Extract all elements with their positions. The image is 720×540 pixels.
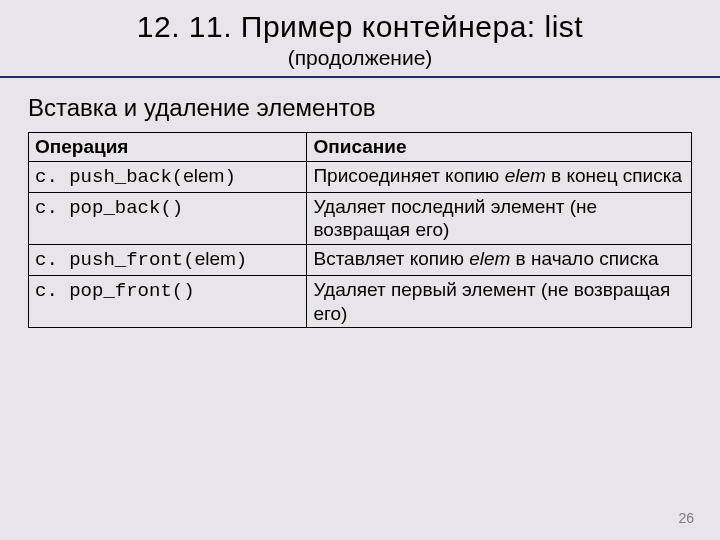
- header-description: Описание: [307, 133, 692, 162]
- desc-term: elem: [469, 248, 510, 269]
- table-row: c. pop_back() Удаляет последний элемент …: [29, 192, 692, 245]
- desc-post: в конец списка: [546, 165, 682, 186]
- desc-pre: Удаляет последний элемент (не возвращая …: [313, 196, 597, 241]
- cell-operation: c. push_back(elem): [29, 161, 307, 192]
- table-row: c. pop_front() Удаляет первый элемент (н…: [29, 275, 692, 328]
- cell-operation: c. pop_front(): [29, 275, 307, 328]
- page-number: 26: [678, 510, 694, 526]
- op-param: elem: [195, 248, 236, 269]
- table-row: c. push_back(elem) Присоединяет копию el…: [29, 161, 692, 192]
- op-code-pre: c. push_back(: [35, 166, 183, 188]
- desc-pre: Вставляет копию: [313, 248, 469, 269]
- operations-table: Операция Описание c. push_back(elem) При…: [28, 132, 692, 328]
- cell-description: Присоединяет копию elem в конец списка: [307, 161, 692, 192]
- op-code-pre: c. pop_front(): [35, 280, 195, 302]
- slide: 12. 11. Пример контейнера: list (продолж…: [0, 0, 720, 540]
- op-param: elem: [183, 165, 224, 186]
- cell-description: Удаляет первый элемент (не возвращая его…: [307, 275, 692, 328]
- desc-term: elem: [505, 165, 546, 186]
- header-operation: Операция: [29, 133, 307, 162]
- desc-post: в начало списка: [510, 248, 658, 269]
- op-code-post: ): [236, 249, 247, 271]
- op-code-pre: c. pop_back(): [35, 197, 183, 219]
- title-block: 12. 11. Пример контейнера: list (продолж…: [0, 0, 720, 70]
- op-code-pre: c. push_front(: [35, 249, 195, 271]
- cell-operation: c. pop_back(): [29, 192, 307, 245]
- cell-operation: c. push_front(elem): [29, 245, 307, 276]
- op-code-post: ): [224, 166, 235, 188]
- cell-description: Вставляет копию elem в начало списка: [307, 245, 692, 276]
- desc-pre: Удаляет первый элемент (не возвращая его…: [313, 279, 670, 324]
- slide-subtitle: (продолжение): [0, 46, 720, 70]
- desc-pre: Присоединяет копию: [313, 165, 504, 186]
- cell-description: Удаляет последний элемент (не возвращая …: [307, 192, 692, 245]
- table-header-row: Операция Описание: [29, 133, 692, 162]
- content-section: Вставка и удаление элементов Операция Оп…: [0, 78, 720, 328]
- section-heading: Вставка и удаление элементов: [28, 94, 692, 122]
- slide-title: 12. 11. Пример контейнера: list: [0, 10, 720, 44]
- table-row: c. push_front(elem) Вставляет копию elem…: [29, 245, 692, 276]
